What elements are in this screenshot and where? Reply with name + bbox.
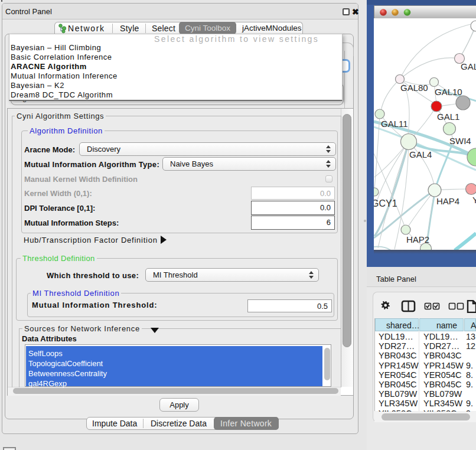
svg-text:GAL1: GAL1 xyxy=(437,112,459,122)
svg-text:SWI4: SWI4 xyxy=(449,136,471,146)
svg-text:HAP2: HAP2 xyxy=(406,234,429,244)
svg-text:GCY1: GCY1 xyxy=(374,198,397,208)
svg-text:GAL4: GAL4 xyxy=(409,149,432,159)
svg-text:GAL7: GAL7 xyxy=(461,61,476,71)
svg-text:GAL10: GAL10 xyxy=(435,87,462,97)
svg-text:HAP4: HAP4 xyxy=(436,196,459,206)
svg-text:GAL11: GAL11 xyxy=(381,119,408,129)
svg-text:YB: YB xyxy=(472,195,476,205)
svg-text:GAL80: GAL80 xyxy=(400,83,428,93)
